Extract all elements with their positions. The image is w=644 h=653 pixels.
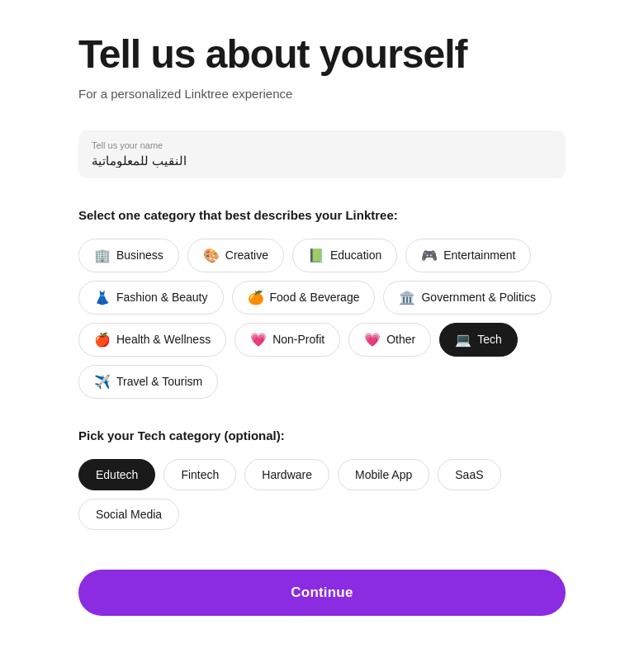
subcategory-pill-fintech[interactable]: Fintech [163, 459, 236, 490]
category-pill-other[interactable]: 💗Other [348, 323, 431, 357]
page-subtitle: For a personalized Linktree experience [78, 87, 566, 101]
category-emoji-travel-tourism: ✈️ [94, 374, 111, 390]
category-emoji-creative: 🎨 [203, 248, 220, 263]
category-label-other: Other [386, 333, 415, 346]
subcategory-section-label: Pick your Tech category (optional): [78, 428, 566, 442]
subcategory-pill-social-media[interactable]: Social Media [78, 499, 179, 530]
subcategory-label-fintech: Fintech [181, 468, 219, 481]
page-title: Tell us about yourself [78, 33, 566, 77]
category-label-travel-tourism: Travel & Tourism [116, 375, 202, 388]
category-pill-business[interactable]: 🏢Business [78, 239, 179, 272]
subcategory-pill-edutech[interactable]: Edutech [78, 459, 155, 490]
categories-grid: 🏢Business🎨Creative📗Education🎮Entertainme… [78, 239, 566, 399]
name-input-wrapper: Tell us your name [78, 130, 566, 178]
category-emoji-education: 📗 [308, 248, 324, 263]
category-pill-non-profit[interactable]: 💗Non-Profit [234, 323, 340, 357]
category-emoji-non-profit: 💗 [250, 332, 267, 348]
subcategory-label-hardware: Hardware [262, 468, 312, 481]
subcategory-label-saas: SaaS [455, 468, 483, 481]
category-label-government-politics: Government & Politics [421, 291, 536, 304]
category-label-education: Education [330, 248, 381, 262]
category-pill-entertainment[interactable]: 🎮Entertainment [405, 239, 531, 272]
subcategory-pill-saas[interactable]: SaaS [438, 459, 500, 490]
subcategory-pill-mobile-app[interactable]: Mobile App [338, 459, 429, 490]
category-label-creative: Creative [225, 248, 268, 262]
category-label-non-profit: Non-Profit [272, 333, 324, 346]
subcategory-label-mobile-app: Mobile App [355, 468, 412, 481]
category-emoji-food-beverage: 🍊 [248, 290, 264, 305]
category-pill-fashion-beauty[interactable]: 👗Fashion & Beauty [78, 281, 224, 315]
subcategory-section: Pick your Tech category (optional): Edut… [78, 428, 566, 530]
category-pill-travel-tourism[interactable]: ✈️Travel & Tourism [78, 365, 218, 399]
category-label-business: Business [116, 248, 163, 262]
subcategory-label-edutech: Edutech [96, 468, 138, 481]
continue-button[interactable]: Continue [78, 570, 566, 616]
name-input-label: Tell us your name [92, 140, 552, 150]
category-emoji-fashion-beauty: 👗 [94, 290, 111, 305]
category-label-entertainment: Entertainment [443, 248, 515, 262]
category-label-food-beverage: Food & Beverage [270, 291, 360, 304]
category-pill-tech[interactable]: 💻Tech [439, 323, 518, 357]
subcategory-pill-hardware[interactable]: Hardware [244, 459, 329, 490]
category-label-tech: Tech [477, 333, 502, 346]
category-pill-food-beverage[interactable]: 🍊Food & Beverage [232, 281, 376, 315]
subcategory-label-social-media: Social Media [96, 508, 162, 521]
subcategory-grid: EdutechFintechHardwareMobile AppSaaSSoci… [78, 459, 566, 530]
category-emoji-business: 🏢 [94, 248, 111, 263]
name-input[interactable] [92, 154, 552, 168]
category-label-health-wellness: Health & Wellness [116, 333, 211, 346]
category-pill-government-politics[interactable]: 🏛️Government & Politics [383, 281, 552, 315]
category-emoji-tech: 💻 [455, 332, 471, 348]
category-emoji-health-wellness: 🍎 [94, 332, 111, 348]
category-pill-creative[interactable]: 🎨Creative [187, 239, 284, 272]
category-pill-health-wellness[interactable]: 🍎Health & Wellness [78, 323, 226, 357]
category-pill-education[interactable]: 📗Education [292, 239, 397, 272]
category-emoji-entertainment: 🎮 [421, 248, 438, 263]
category-emoji-government-politics: 🏛️ [399, 290, 415, 305]
category-label-fashion-beauty: Fashion & Beauty [116, 291, 208, 304]
category-section-label: Select one category that best describes … [78, 208, 566, 222]
category-emoji-other: 💗 [364, 332, 381, 348]
